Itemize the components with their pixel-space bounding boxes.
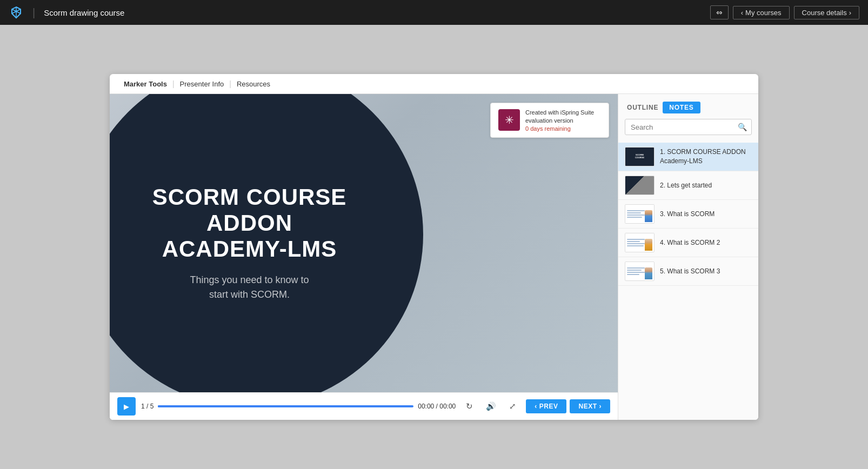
toolbar-marker-tools[interactable]: Marker Tools bbox=[118, 80, 172, 88]
thumb-1: SCORMCOURSE bbox=[625, 147, 655, 166]
fullscreen-button[interactable]: ⤢ bbox=[504, 398, 520, 414]
page-body: Marker Tools | Presenter Info | Resource… bbox=[0, 25, 868, 469]
watermark-title: Created with iSpring Suite evaluation ve… bbox=[525, 109, 601, 125]
outline-label-5: 5. What is SCORM 3 bbox=[660, 267, 752, 276]
thumb-4 bbox=[625, 233, 655, 252]
chevron-left-icon: ‹ bbox=[741, 9, 743, 17]
toolbar-resources[interactable]: Resources bbox=[231, 80, 276, 88]
list-item[interactable]: 3. What is SCORM bbox=[618, 200, 758, 229]
content-area: SCORM COURSEADDONAcademy-LMS Things you … bbox=[110, 94, 758, 420]
next-button[interactable]: NEXT › bbox=[570, 399, 610, 413]
watermark-info: Created with iSpring Suite evaluation ve… bbox=[525, 109, 601, 132]
list-item[interactable]: SCORMCOURSE 1. SCORM COURSE ADDON Academ… bbox=[618, 143, 758, 171]
top-navigation: | Scorm drawing course ⇔ ‹ My courses Co… bbox=[0, 0, 868, 25]
main-card: Marker Tools | Presenter Info | Resource… bbox=[110, 74, 758, 420]
outline-label-4: 4. What is SCORM 2 bbox=[660, 238, 752, 247]
time-display: 00:00 / 00:00 bbox=[418, 403, 456, 410]
sidebar: OUTLINE NOTES 🔍 SCORMCOURSE bbox=[618, 94, 758, 420]
thumb-5 bbox=[625, 262, 655, 281]
search-icon-button[interactable]: 🔍 bbox=[733, 119, 751, 135]
list-item[interactable]: 2. Lets get started bbox=[618, 171, 758, 200]
next-chevron-icon: › bbox=[599, 403, 602, 410]
volume-button[interactable]: 🔊 bbox=[483, 398, 499, 414]
nav-title: Scorm drawing course bbox=[44, 8, 124, 17]
list-item[interactable]: 5. What is SCORM 3 bbox=[618, 257, 758, 286]
nav-divider: | bbox=[32, 6, 35, 19]
playback-controls: ▶ 1 / 5 00:00 / 00:00 ↻ 🔊 ⤢ ‹ bbox=[110, 392, 618, 420]
outline-list: SCORMCOURSE 1. SCORM COURSE ADDON Academ… bbox=[618, 140, 758, 420]
outline-label-3: 3. What is SCORM bbox=[660, 210, 752, 219]
prev-chevron-icon: ‹ bbox=[535, 403, 537, 410]
slide-counter: 1 / 5 bbox=[141, 403, 153, 410]
slide-area: SCORM COURSEADDONAcademy-LMS Things you … bbox=[110, 94, 618, 420]
course-details-button[interactable]: Course details › bbox=[794, 6, 859, 19]
app-logo bbox=[9, 5, 24, 20]
list-item[interactable]: 4. What is SCORM 2 bbox=[618, 229, 758, 257]
watermark-icon: ✳ bbox=[498, 109, 520, 131]
watermark-badge: ✳ Created with iSpring Suite evaluation … bbox=[490, 103, 609, 138]
toolbar: Marker Tools | Presenter Info | Resource… bbox=[110, 74, 758, 94]
sidebar-tabs: OUTLINE NOTES bbox=[618, 94, 758, 119]
tab-notes[interactable]: NOTES bbox=[663, 102, 700, 113]
prev-button[interactable]: ‹ PREV bbox=[526, 399, 566, 413]
progress-area: 1 / 5 00:00 / 00:00 bbox=[141, 403, 456, 410]
watermark-remaining: 0 days remaining bbox=[525, 125, 601, 132]
outline-label-1: 1. SCORM COURSE ADDON Academy-LMS bbox=[660, 148, 752, 166]
slide-title: SCORM COURSEADDONAcademy-LMS bbox=[152, 184, 347, 263]
my-courses-button[interactable]: ‹ My courses bbox=[733, 6, 790, 19]
thumb-3 bbox=[625, 204, 655, 224]
play-button[interactable]: ▶ bbox=[117, 397, 136, 416]
thumb-2 bbox=[625, 176, 655, 195]
refresh-button[interactable]: ↻ bbox=[461, 398, 477, 414]
slide-content: SCORM COURSEADDONAcademy-LMS Things you … bbox=[110, 94, 389, 392]
toolbar-presenter-info[interactable]: Presenter Info bbox=[175, 80, 230, 88]
swap-icon-button[interactable]: ⇔ bbox=[710, 5, 729, 19]
nav-right-buttons: ⇔ ‹ My courses Course details › bbox=[710, 5, 859, 19]
progress-bar-fill bbox=[158, 405, 171, 407]
search-input[interactable] bbox=[625, 120, 733, 135]
slide-subtitle: Things you need to know tostart with SCO… bbox=[190, 273, 309, 302]
nav-buttons: ‹ PREV NEXT › bbox=[526, 399, 610, 413]
tab-outline[interactable]: OUTLINE bbox=[627, 102, 658, 113]
outline-label-2: 2. Lets get started bbox=[660, 181, 752, 190]
progress-bar-track[interactable] bbox=[158, 405, 413, 407]
search-area: 🔍 bbox=[618, 119, 758, 140]
slide: SCORM COURSEADDONAcademy-LMS Things you … bbox=[110, 94, 618, 392]
slide-wrapper: SCORM COURSEADDONAcademy-LMS Things you … bbox=[110, 94, 618, 392]
search-box: 🔍 bbox=[625, 119, 752, 135]
chevron-right-icon: › bbox=[849, 9, 851, 17]
